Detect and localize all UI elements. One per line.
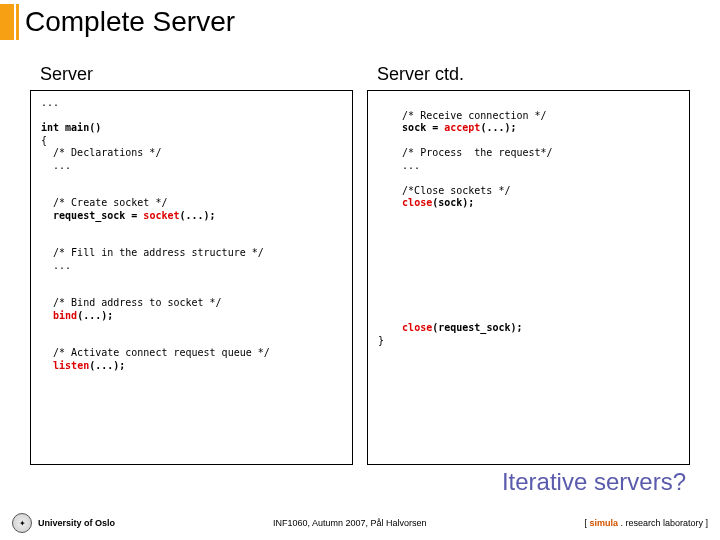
fn-listen: listen — [53, 360, 89, 371]
code-var: request_sock = — [53, 210, 143, 221]
code-line: /*Close sockets */ — [378, 185, 510, 196]
code-line: /* Receive connection */ — [378, 110, 547, 121]
question-text: Iterative servers? — [502, 468, 686, 496]
title-bar: Complete Server — [0, 4, 235, 40]
brand: simula — [589, 518, 618, 528]
accent-stripe — [16, 4, 19, 40]
code-line: ... — [378, 160, 420, 171]
code-indent — [378, 322, 402, 333]
code-line: /* Fill in the address structure */ — [41, 247, 264, 258]
footer-right: [ simula . research laboratory ] — [584, 518, 708, 528]
code-line: ... — [41, 160, 71, 171]
code-indent — [378, 122, 402, 133]
footer-left-text: University of Oslo — [38, 518, 115, 528]
code-line: { — [41, 135, 47, 146]
fn-close-req: close — [402, 322, 432, 333]
code-tail: (...); — [77, 310, 113, 321]
code-line: /* Activate connect request queue */ — [41, 347, 270, 358]
code-indent — [41, 210, 53, 221]
left-column: Server ... int main() { /* Declarations … — [30, 64, 353, 465]
code-var: sock = — [402, 122, 444, 133]
code-tail: (sock); — [432, 197, 474, 208]
code-line: ... — [41, 97, 59, 108]
slide: Complete Server Server ... int main() { … — [0, 0, 720, 540]
code-tail: (...); — [480, 122, 516, 133]
code-line: /* Bind address to socket */ — [41, 297, 222, 308]
code-line: /* Declarations */ — [41, 147, 161, 158]
code-tail: (...); — [179, 210, 215, 221]
fn-socket: socket — [143, 210, 179, 221]
code-tail: (request_sock); — [432, 322, 522, 333]
code-line: ... — [41, 260, 71, 271]
columns: Server ... int main() { /* Declarations … — [30, 64, 690, 465]
code-tail: (...); — [89, 360, 125, 371]
bracket-close: . research laboratory ] — [618, 518, 708, 528]
code-line: int main() — [41, 122, 101, 133]
footer: ✦ University of Oslo INF1060, Autumn 200… — [12, 512, 708, 534]
university-seal-icon: ✦ — [12, 513, 32, 533]
fn-close: close — [402, 197, 432, 208]
right-column: Server ctd. /* Receive connection */ soc… — [367, 64, 690, 465]
slide-title: Complete Server — [25, 6, 235, 38]
code-line: /* Process the request*/ — [378, 147, 553, 158]
left-code: ... int main() { /* Declarations */ ... … — [30, 90, 353, 465]
accent-block — [0, 4, 14, 40]
footer-left: ✦ University of Oslo — [12, 513, 115, 533]
fn-bind: bind — [53, 310, 77, 321]
right-heading: Server ctd. — [377, 64, 690, 86]
code-line: /* Create socket */ — [41, 197, 167, 208]
code-line: } — [378, 335, 384, 346]
right-code: /* Receive connection */ sock = accept(.… — [367, 90, 690, 465]
fn-accept: accept — [444, 122, 480, 133]
left-heading: Server — [40, 64, 353, 86]
footer-mid: INF1060, Autumn 2007, Pål Halvorsen — [115, 518, 584, 528]
